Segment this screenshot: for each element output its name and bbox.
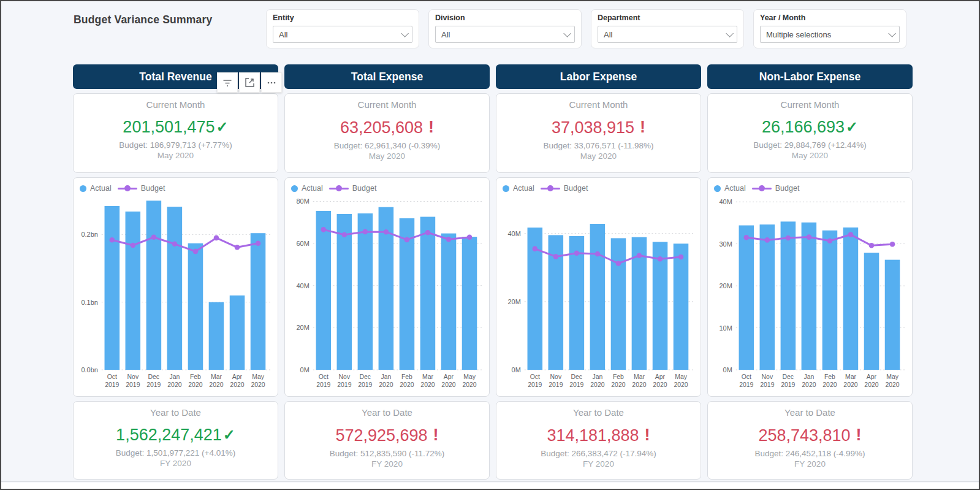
- svg-text:2019: 2019: [358, 381, 372, 388]
- svg-text:May: May: [252, 373, 264, 380]
- svg-text:2019: 2019: [528, 381, 542, 388]
- kpi-value: 63,205,608: [340, 118, 423, 137]
- svg-text:2019: 2019: [146, 381, 161, 388]
- chart-card: Actual Budget 0.0bn0.1bn0.2bnOct2019Nov2…: [73, 177, 278, 397]
- kpi-period: May 2020: [74, 151, 278, 160]
- svg-text:Jan: Jan: [170, 373, 180, 380]
- kpi-value: 258,743,810: [758, 426, 850, 445]
- division-dropdown[interactable]: All: [435, 26, 575, 43]
- svg-text:2020: 2020: [230, 381, 244, 388]
- kpi-budget-line: Budget: 246,452,118 (-4.99%): [708, 449, 912, 458]
- entity-dropdown[interactable]: All: [273, 26, 412, 43]
- filter-button[interactable]: [217, 72, 238, 93]
- svg-text:2020: 2020: [420, 381, 435, 388]
- svg-text:40M: 40M: [508, 230, 521, 237]
- svg-text:2019: 2019: [739, 381, 753, 388]
- kpi-value-row: 26,166,693✓: [708, 118, 912, 139]
- dropdown-value: Multiple selections: [766, 30, 831, 39]
- svg-text:2020: 2020: [188, 381, 202, 388]
- chart-card: Actual Budget 0M10M20M30M40MOct2019Nov20…: [707, 177, 913, 397]
- svg-text:2019: 2019: [781, 381, 795, 388]
- svg-text:20M: 20M: [297, 324, 310, 331]
- kpi-value-row: 314,181,888!: [496, 426, 701, 447]
- actual-legend-marker-icon: [503, 185, 509, 192]
- current-month-card: Current Month 37,038,915! Budget: 33,076…: [496, 93, 701, 173]
- svg-text:2020: 2020: [462, 381, 476, 388]
- panel-total-revenue: Total Revenue Current Month 201,501,475✓…: [73, 64, 278, 480]
- kpi-value: 1,562,247,421: [116, 426, 222, 444]
- kpi-value-row: 258,743,810!: [708, 426, 912, 447]
- filter-division: Division All: [428, 9, 582, 48]
- filter-label: Department: [598, 13, 737, 22]
- svg-text:40M: 40M: [720, 198, 732, 205]
- svg-text:2019: 2019: [316, 381, 330, 388]
- status-indicator-icon: !: [433, 426, 439, 444]
- svg-text:Nov: Nov: [550, 373, 562, 380]
- panel-header: Non-Labor Expense: [707, 64, 913, 89]
- budget-legend-marker-icon: [329, 188, 349, 189]
- svg-text:2020: 2020: [251, 381, 265, 388]
- focus-mode-button[interactable]: [239, 72, 260, 93]
- kpi-value: 572,925,698: [335, 426, 427, 445]
- svg-text:2019: 2019: [337, 381, 351, 388]
- legend-label-budget: Budget: [141, 184, 165, 193]
- combo-chart[interactable]: 0.0bn0.1bn0.2bnOct2019Nov2019Dec2019Jan2…: [78, 194, 273, 392]
- legend-label-actual: Actual: [513, 184, 534, 193]
- svg-text:2019: 2019: [569, 381, 583, 388]
- chart-legend: Actual Budget: [713, 182, 907, 194]
- chart-legend: Actual Budget: [501, 182, 696, 194]
- svg-text:2020: 2020: [400, 381, 414, 388]
- kpi-period: FY 2020: [496, 459, 701, 469]
- filter-year-month: Year / Month Multiple selections: [753, 9, 906, 48]
- svg-text:Feb: Feb: [401, 373, 412, 380]
- kpi-period: FY 2020: [285, 459, 489, 469]
- svg-text:Oct: Oct: [319, 373, 329, 380]
- kpi-title: Current Month: [74, 99, 278, 110]
- svg-text:Apr: Apr: [655, 373, 666, 380]
- svg-text:20M: 20M: [508, 298, 521, 305]
- kpi-value-row: 63,205,608!: [285, 118, 489, 139]
- kpi-budget-line: Budget: 33,076,571 (-11.98%): [496, 141, 701, 150]
- status-indicator-icon: !: [428, 118, 434, 136]
- kpi-budget-line: Budget: 266,383,472 (-17.94%): [496, 449, 701, 458]
- kpi-value-row: 572,925,698!: [285, 426, 489, 447]
- svg-text:0.2bn: 0.2bn: [81, 231, 97, 238]
- svg-text:2020: 2020: [864, 381, 878, 388]
- svg-text:Mar: Mar: [211, 373, 222, 380]
- kpi-title: Year to Date: [496, 407, 701, 418]
- combo-chart[interactable]: 0M20M40MOct2019Nov2019Dec2019Jan2020Feb2…: [501, 194, 696, 392]
- kpi-budget-line: Budget: 29,884,769 (+12.44%): [708, 140, 912, 150]
- department-dropdown[interactable]: All: [598, 26, 737, 43]
- more-options-button[interactable]: [261, 72, 282, 93]
- kpi-value: 37,038,915: [552, 118, 634, 137]
- panel-grid: Total Revenue Current Month 201,501,475✓…: [73, 64, 913, 480]
- svg-text:2020: 2020: [167, 381, 181, 388]
- page-bottom-strip: [1, 483, 979, 489]
- kpi-value: 314,181,888: [547, 426, 639, 445]
- dropdown-value: All: [604, 30, 612, 39]
- kpi-period: FY 2020: [708, 459, 912, 469]
- svg-text:2019: 2019: [549, 381, 563, 388]
- filter-entity: Entity All: [266, 9, 419, 48]
- svg-text:2020: 2020: [632, 381, 646, 388]
- budget-legend-marker-icon: [118, 188, 137, 189]
- combo-chart[interactable]: 0M20M40M60M80MOct2019Nov2019Dec2019Jan20…: [290, 194, 484, 392]
- year-month-dropdown[interactable]: Multiple selections: [760, 26, 900, 43]
- svg-text:2019: 2019: [126, 381, 140, 388]
- year-to-date-card: Year to Date 1,562,247,421✓ Budget: 1,50…: [73, 401, 278, 480]
- svg-text:Jan: Jan: [381, 373, 392, 380]
- status-indicator-icon: !: [640, 118, 645, 136]
- svg-text:Apr: Apr: [444, 373, 454, 380]
- status-indicator-icon: ✓: [216, 118, 229, 135]
- svg-text:Dec: Dec: [148, 373, 160, 380]
- filter-icon: [222, 78, 232, 88]
- svg-text:80M: 80M: [297, 197, 310, 205]
- panel-header: Total Expense: [284, 64, 490, 89]
- chart-legend: Actual Budget: [290, 182, 484, 194]
- svg-text:0.0bn: 0.0bn: [81, 366, 97, 373]
- svg-text:40M: 40M: [297, 282, 310, 289]
- budget-legend-marker-icon: [541, 188, 560, 189]
- svg-text:0M: 0M: [512, 366, 521, 373]
- actual-legend-marker-icon: [714, 185, 721, 192]
- combo-chart[interactable]: 0M10M20M30M40MOct2019Nov2019Dec2019Jan20…: [713, 194, 907, 392]
